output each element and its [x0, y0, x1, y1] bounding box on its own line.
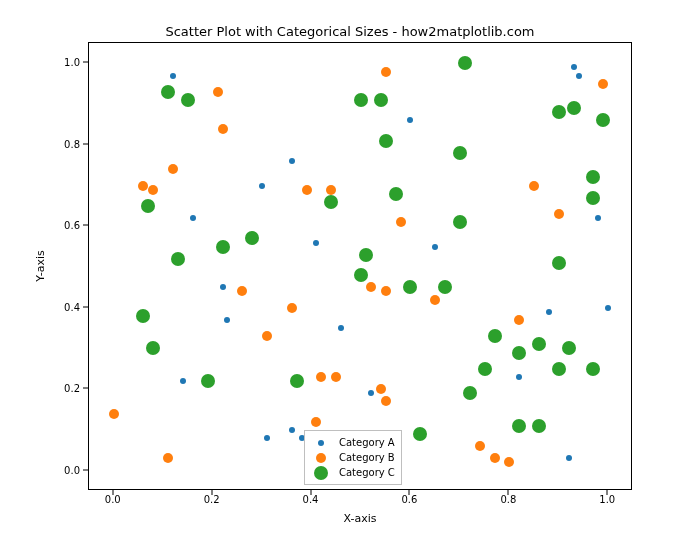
- point-cat-b: [475, 441, 485, 451]
- point-cat-c: [379, 134, 393, 148]
- point-cat-b: [287, 303, 297, 313]
- point-cat-b: [529, 181, 539, 191]
- point-cat-c: [354, 268, 368, 282]
- point-cat-c: [552, 362, 566, 376]
- point-cat-a: [576, 73, 582, 79]
- point-cat-c: [478, 362, 492, 376]
- point-cat-c: [146, 341, 160, 355]
- point-cat-b: [316, 372, 326, 382]
- point-cat-a: [313, 240, 319, 246]
- point-cat-c: [324, 195, 338, 209]
- legend-dot-c-icon: [314, 466, 328, 480]
- point-cat-a: [546, 309, 552, 315]
- point-cat-b: [598, 79, 608, 89]
- y-tick-label: 0.6: [64, 220, 80, 231]
- point-cat-c: [201, 374, 215, 388]
- point-cat-b: [302, 185, 312, 195]
- point-cat-c: [161, 85, 175, 99]
- point-cat-b: [381, 286, 391, 296]
- point-cat-a: [259, 183, 265, 189]
- point-cat-c: [532, 337, 546, 351]
- point-cat-b: [218, 124, 228, 134]
- point-cat-c: [567, 101, 581, 115]
- point-cat-b: [514, 315, 524, 325]
- legend-dot-b-icon: [316, 453, 326, 463]
- legend-item-c: Category C: [311, 465, 395, 480]
- y-tick-label: 0.0: [64, 464, 80, 475]
- point-cat-c: [552, 256, 566, 270]
- point-cat-c: [586, 191, 600, 205]
- point-cat-c: [458, 56, 472, 70]
- point-cat-c: [488, 329, 502, 343]
- x-tick-label: 1.0: [599, 494, 615, 505]
- y-axis-label: Y-axis: [34, 250, 47, 281]
- legend-label-a: Category A: [339, 435, 395, 450]
- point-cat-b: [326, 185, 336, 195]
- legend-item-b: Category B: [311, 450, 395, 465]
- legend: Category A Category B Category C: [304, 430, 402, 485]
- point-cat-a: [190, 215, 196, 221]
- point-cat-b: [490, 453, 500, 463]
- point-cat-a: [595, 215, 601, 221]
- point-cat-a: [516, 374, 522, 380]
- point-cat-a: [605, 305, 611, 311]
- point-cat-c: [359, 248, 373, 262]
- legend-label-b: Category B: [339, 450, 395, 465]
- point-cat-c: [586, 362, 600, 376]
- point-cat-b: [554, 209, 564, 219]
- point-cat-c: [171, 252, 185, 266]
- point-cat-b: [163, 453, 173, 463]
- point-cat-b: [213, 87, 223, 97]
- point-cat-b: [381, 67, 391, 77]
- legend-label-c: Category C: [339, 465, 395, 480]
- point-cat-a: [566, 455, 572, 461]
- point-cat-c: [354, 93, 368, 107]
- y-tick-label: 0.8: [64, 138, 80, 149]
- x-tick-label: 0.8: [500, 494, 516, 505]
- point-cat-b: [381, 396, 391, 406]
- point-cat-c: [512, 346, 526, 360]
- y-tick-mark: [83, 388, 88, 389]
- y-tick-mark: [83, 143, 88, 144]
- figure: Scatter Plot with Categorical Sizes - ho…: [0, 0, 700, 560]
- point-cat-a: [224, 317, 230, 323]
- point-cat-b: [168, 164, 178, 174]
- point-cat-c: [374, 93, 388, 107]
- point-cat-b: [366, 282, 376, 292]
- plot-area: [88, 42, 632, 490]
- x-tick-label: 0.6: [402, 494, 418, 505]
- point-cat-c: [532, 419, 546, 433]
- point-cat-a: [289, 427, 295, 433]
- point-cat-b: [262, 331, 272, 341]
- y-tick-mark: [83, 62, 88, 63]
- point-cat-b: [430, 295, 440, 305]
- point-cat-c: [438, 280, 452, 294]
- point-cat-a: [170, 73, 176, 79]
- x-axis-label: X-axis: [88, 512, 632, 525]
- point-cat-b: [331, 372, 341, 382]
- legend-item-a: Category A: [311, 435, 395, 450]
- point-cat-c: [413, 427, 427, 441]
- point-cat-c: [245, 231, 259, 245]
- point-cat-a: [289, 158, 295, 164]
- point-cat-b: [148, 185, 158, 195]
- y-tick-mark: [83, 469, 88, 470]
- y-tick-label: 1.0: [64, 57, 80, 68]
- point-cat-a: [338, 325, 344, 331]
- point-cat-c: [512, 419, 526, 433]
- point-cat-a: [407, 117, 413, 123]
- point-cat-c: [596, 113, 610, 127]
- y-tick-label: 0.4: [64, 301, 80, 312]
- x-tick-label: 0.2: [204, 494, 220, 505]
- point-cat-c: [453, 215, 467, 229]
- point-cat-c: [586, 170, 600, 184]
- point-cat-a: [432, 244, 438, 250]
- point-cat-b: [396, 217, 406, 227]
- y-tick-mark: [83, 225, 88, 226]
- point-cat-c: [216, 240, 230, 254]
- point-cat-b: [109, 409, 119, 419]
- point-cat-a: [180, 378, 186, 384]
- point-cat-a: [571, 64, 577, 70]
- point-cat-c: [562, 341, 576, 355]
- point-cat-c: [389, 187, 403, 201]
